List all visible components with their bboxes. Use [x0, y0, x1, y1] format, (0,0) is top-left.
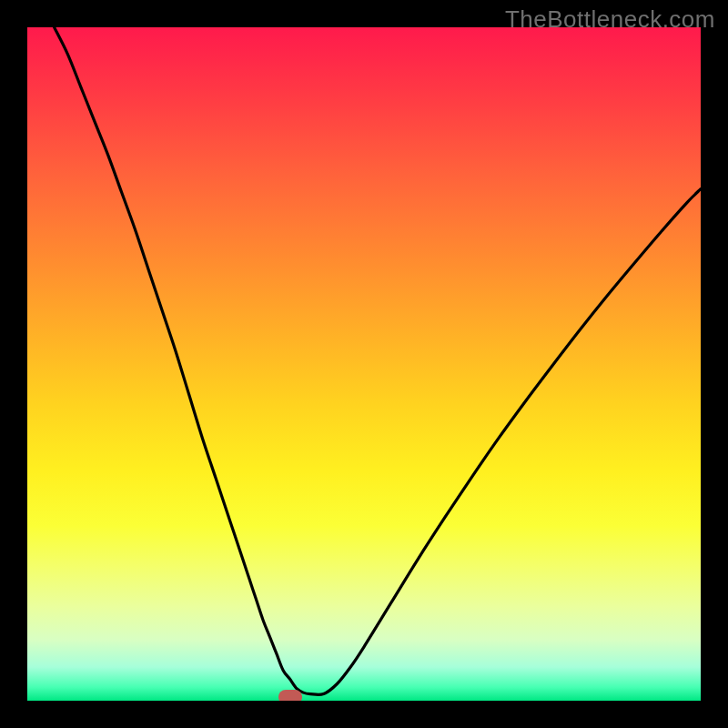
optimal-point-marker [278, 690, 302, 701]
watermark-text: TheBottleneck.com [505, 5, 715, 34]
bottleneck-curve [55, 27, 701, 694]
plot-area [27, 27, 701, 701]
chart-frame: TheBottleneck.com [0, 0, 728, 728]
curve-svg [27, 27, 701, 701]
